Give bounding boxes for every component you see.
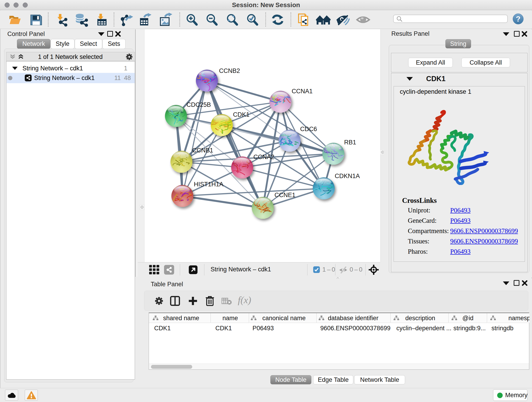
svg-text:CDKN1A: CDKN1A xyxy=(335,172,360,179)
svg-text:RB1: RB1 xyxy=(344,139,356,146)
svg-text:CCNA1: CCNA1 xyxy=(292,88,313,95)
svg-text:HIST1H1A: HIST1H1A xyxy=(194,181,223,188)
svg-text:CCNE1: CCNE1 xyxy=(274,191,296,198)
svg-text:CCNA2: CCNA2 xyxy=(253,153,274,160)
svg-text:CCNB1: CCNB1 xyxy=(192,147,213,154)
svg-text:CDC6: CDC6 xyxy=(300,126,317,133)
svg-text:CDC25B: CDC25B xyxy=(186,101,211,108)
svg-text:CDK1: CDK1 xyxy=(233,111,249,118)
svg-text:CCNB2: CCNB2 xyxy=(219,67,240,74)
